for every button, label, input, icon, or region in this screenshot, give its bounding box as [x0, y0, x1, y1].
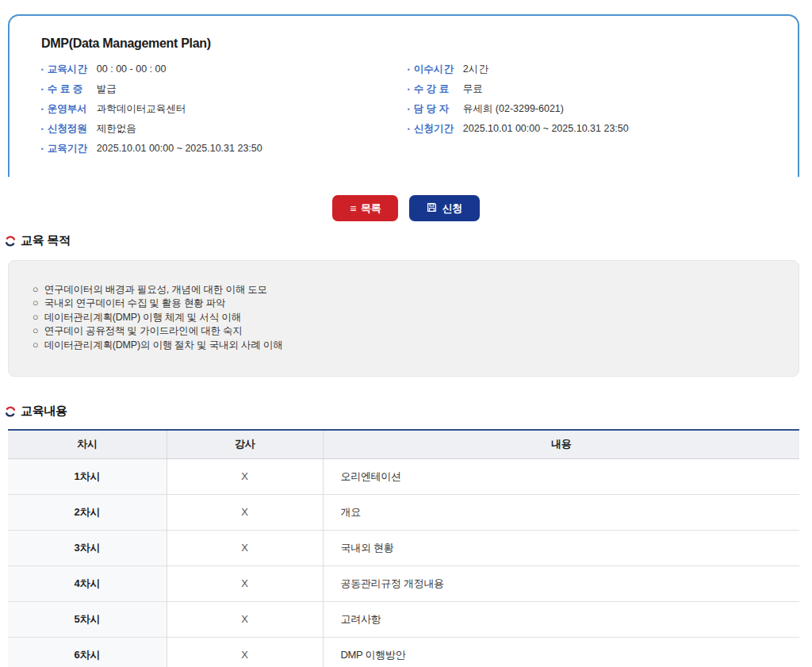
info-value: 제한없음	[97, 123, 136, 134]
square-bullet-icon: ▪	[408, 84, 410, 95]
info-row: ▪ 담 당 자 유세희 (02-3299-6021)	[408, 103, 782, 116]
square-bullet-icon: ▪	[41, 104, 44, 115]
info-row: ▪ 신청정원 제한없음	[41, 123, 408, 136]
info-row: ▪ 수 강 료 무료	[408, 83, 782, 96]
circle-bullet-icon: ○	[33, 297, 38, 309]
content-cell: 공동관리규정 개정내용	[323, 565, 799, 601]
info-row: ▪ 교육시간 00 : 00 - 00 : 00	[41, 63, 408, 76]
list-icon: ≡	[350, 202, 356, 215]
info-label: 교육기간	[48, 143, 97, 154]
square-bullet-icon: ▪	[408, 104, 410, 115]
content-cell: 국내외 현황	[323, 530, 799, 565]
instructor-cell: X	[167, 565, 323, 601]
instructor-cell: X	[167, 494, 323, 530]
info-value: 00 : 00 - 00 : 00	[97, 63, 167, 75]
content-cell: DMP 이행방안	[323, 637, 799, 667]
content-table: 차시 강사 내용 1차시 X 오리엔테이션 2차시 X 개요 3차시 X 국내외…	[8, 429, 799, 667]
square-bullet-icon: ▪	[41, 144, 44, 155]
info-value: 무료	[463, 83, 483, 94]
session-cell: 1차시	[8, 458, 167, 494]
instructor-cell: X	[167, 637, 323, 667]
circle-bullet-icon: ○	[33, 284, 38, 295]
circle-bullet-icon: ○	[33, 339, 38, 351]
save-icon	[427, 202, 437, 215]
action-button-row: ≡ 목록 신청	[0, 195, 812, 221]
table-row: 1차시 X 오리엔테이션	[8, 458, 799, 494]
info-value: 2025.10.01 00:00 ~ 2025.10.31 23:50	[463, 123, 629, 134]
session-cell: 6차시	[8, 637, 167, 667]
square-bullet-icon: ▪	[41, 64, 44, 75]
info-row: ▪ 신청기간 2025.10.01 00:00 ~ 2025.10.31 23:…	[408, 123, 782, 136]
instructor-cell: X	[167, 601, 323, 637]
content-cell: 오리엔테이션	[323, 458, 799, 494]
purpose-list-item: ○ 데이터관리계획(DMP)의 이행 절차 및 국내외 사례 이해	[33, 339, 775, 352]
column-header-instructor: 강사	[167, 430, 323, 458]
info-label: 수 강 료	[414, 83, 463, 94]
purpose-item-text: 연구데이터의 배경과 필요성, 개념에 대한 이해 도모	[44, 284, 267, 295]
purpose-box: ○ 연구데이터의 배경과 필요성, 개념에 대한 이해 도모 ○ 국내외 연구데…	[8, 260, 799, 377]
page-title: DMP(Data Management Plan)	[41, 36, 782, 51]
info-value: 2시간	[463, 63, 488, 75]
course-info-right-column: ▪ 이수시간 2시간 ▪ 수 강 료 무료 ▪ 담 당 자 유세희 (02-32…	[408, 63, 782, 163]
content-heading-label: 교육내용	[21, 404, 67, 419]
square-bullet-icon: ▪	[408, 124, 410, 135]
purpose-list-item: ○ 연구데이 공유정책 및 가이드라인에 대한 숙지	[33, 324, 775, 338]
purpose-heading-label: 교육 목적	[21, 233, 71, 248]
square-bullet-icon: ▪	[41, 124, 44, 135]
instructor-cell: X	[167, 530, 323, 565]
table-row: 2차시 X 개요	[8, 494, 799, 530]
content-section-heading: 교육내용	[5, 404, 812, 419]
section-swirl-icon	[5, 236, 16, 247]
circle-bullet-icon: ○	[33, 325, 38, 336]
info-row: ▪ 운영부서 과학데이터교육센터	[41, 103, 408, 116]
info-label: 이수시간	[414, 63, 463, 75]
circle-bullet-icon: ○	[33, 312, 38, 323]
section-swirl-icon	[5, 406, 16, 417]
table-header-row: 차시 강사 내용	[8, 430, 799, 458]
info-row: ▪ 수 료 증 발급	[41, 83, 408, 96]
info-label: 교육시간	[48, 63, 97, 75]
list-button-label: 목록	[361, 201, 381, 216]
apply-button-label: 신청	[442, 201, 462, 216]
purpose-list-item: ○ 데이터관리계획(DMP) 이행 체계 및 서식 이해	[33, 311, 775, 324]
table-row: 6차시 X DMP 이행방안	[8, 637, 799, 667]
square-bullet-icon: ▪	[408, 64, 410, 75]
purpose-list-item: ○ 연구데이터의 배경과 필요성, 개념에 대한 이해 도모	[33, 283, 775, 297]
purpose-item-text: 데이터관리계획(DMP)의 이행 절차 및 국내외 사례 이해	[44, 339, 283, 351]
purpose-item-text: 데이터관리계획(DMP) 이행 체계 및 서식 이해	[44, 312, 241, 323]
column-header-content: 내용	[323, 430, 799, 458]
info-label: 신청정원	[48, 123, 97, 134]
column-header-session: 차시	[8, 430, 167, 458]
course-info-box: DMP(Data Management Plan) ▪ 교육시간 00 : 00…	[8, 14, 799, 177]
info-label: 운영부서	[48, 103, 97, 114]
content-cell: 개요	[323, 494, 799, 530]
list-button[interactable]: ≡ 목록	[332, 195, 398, 221]
info-value: 과학데이터교육센터	[97, 103, 186, 114]
info-value: 2025.10.01 00:00 ~ 2025.10.31 23:50	[97, 143, 262, 154]
purpose-list-item: ○ 국내외 연구데이터 수집 및 활용 현황 파악	[33, 297, 775, 310]
purpose-item-text: 국내외 연구데이터 수집 및 활용 현황 파악	[44, 297, 226, 309]
info-row: ▪ 이수시간 2시간	[408, 63, 782, 76]
session-cell: 4차시	[8, 565, 167, 601]
apply-button[interactable]: 신청	[409, 195, 479, 221]
square-bullet-icon: ▪	[41, 84, 44, 95]
info-label: 담 당 자	[414, 103, 463, 114]
course-info-left-column: ▪ 교육시간 00 : 00 - 00 : 00 ▪ 수 료 증 발급 ▪ 운영…	[41, 63, 408, 163]
info-label: 수 료 증	[48, 83, 97, 94]
course-info-grid: ▪ 교육시간 00 : 00 - 00 : 00 ▪ 수 료 증 발급 ▪ 운영…	[41, 63, 782, 163]
purpose-item-text: 연구데이 공유정책 및 가이드라인에 대한 숙지	[44, 325, 243, 336]
session-cell: 2차시	[8, 494, 167, 530]
session-cell: 5차시	[8, 601, 167, 637]
info-row: ▪ 교육기간 2025.10.01 00:00 ~ 2025.10.31 23:…	[41, 143, 408, 155]
info-value: 유세희 (02-3299-6021)	[463, 103, 564, 114]
info-label: 신청기간	[414, 123, 463, 134]
table-row: 4차시 X 공동관리규정 개정내용	[8, 565, 799, 601]
session-cell: 3차시	[8, 530, 167, 565]
table-row: 3차시 X 국내외 현황	[8, 530, 799, 565]
instructor-cell: X	[167, 458, 323, 494]
content-cell: 고려사항	[323, 601, 799, 637]
table-row: 5차시 X 고려사항	[8, 601, 799, 637]
info-value: 발급	[97, 83, 117, 94]
purpose-section-heading: 교육 목적	[5, 233, 812, 248]
